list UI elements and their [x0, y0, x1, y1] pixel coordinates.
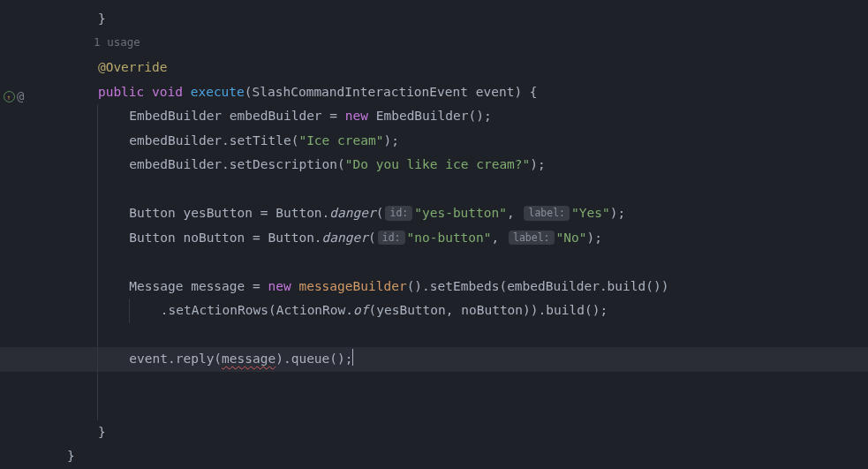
static-method: danger: [329, 206, 375, 220]
brace-close: }: [67, 449, 75, 463]
param-name: event: [476, 85, 515, 99]
code-text: (: [376, 206, 384, 220]
code-line[interactable]: Message message = new messageBuilder().s…: [67, 275, 862, 299]
error-underline: message: [222, 352, 275, 366]
param-hint-id: id:: [378, 231, 405, 246]
code-line[interactable]: embedBuilder.setTitle("Ice cream");: [67, 129, 862, 154]
method-open: ) {: [514, 85, 537, 99]
code-text: );: [586, 231, 601, 245]
keyword-void: void: [152, 85, 183, 99]
override-annotation: @Override: [98, 60, 168, 74]
brace-close: }: [98, 425, 106, 439]
code-line[interactable]: Button noButton = Button.danger(id:"no-b…: [67, 226, 862, 251]
code-text: ).queue();: [275, 352, 352, 366]
usage-hint[interactable]: 1 usage: [67, 32, 862, 57]
code-text: Button noButton = Button.: [129, 231, 321, 245]
code-line[interactable]: @Override: [67, 56, 862, 80]
code-text: embedBuilder.setDescription(: [129, 157, 344, 171]
code-line[interactable]: }: [67, 420, 862, 445]
code-text: EmbedBuilder embedBuilder =: [129, 109, 344, 123]
brace-close: }: [98, 11, 106, 26]
text-caret: [352, 349, 354, 366]
code-text: .setActionRows(ActionRow.: [161, 303, 353, 317]
keyword-new: new: [268, 279, 291, 293]
string-literal: "Do you like ice cream?": [345, 157, 531, 171]
code-text: ().setEmbeds(embedBuilder.build()): [407, 279, 669, 293]
code-text: Button yesButton = Button.: [129, 206, 329, 220]
param-type: SlashCommandInteractionEvent: [253, 85, 468, 99]
code-line[interactable]: [67, 178, 862, 202]
keyword-public: public: [98, 85, 144, 99]
code-text: ,: [507, 206, 522, 220]
keyword-new: new: [345, 109, 368, 123]
code-line[interactable]: embedBuilder.setDescription("Do you like…: [67, 153, 862, 178]
code-line[interactable]: [67, 372, 862, 397]
string-literal: "no-button": [407, 231, 492, 245]
param-hint-label: label:: [524, 206, 570, 221]
param-hint-id: id:: [385, 206, 412, 221]
current-line[interactable]: event.reply(message).queue();: [0, 347, 868, 372]
method-name: execute: [191, 85, 245, 99]
at-icon: @: [17, 85, 24, 109]
code-line[interactable]: }: [67, 444, 862, 469]
code-line[interactable]: Button yesButton = Button.danger(id:"yes…: [67, 201, 862, 226]
code-text: );: [610, 206, 625, 220]
string-literal: "yes-button": [414, 206, 507, 220]
override-circle-icon: [4, 91, 15, 102]
string-literal: "Yes": [571, 206, 610, 220]
code-line[interactable]: [67, 323, 862, 348]
editor-gutter: @: [0, 0, 42, 469]
string-literal: "No": [556, 231, 587, 245]
override-gutter-icon[interactable]: @: [4, 85, 24, 109]
code-text: (yesButton, noButton)).build();: [368, 303, 608, 317]
param-hint-label: label:: [509, 231, 555, 246]
code-line[interactable]: }: [67, 7, 862, 32]
code-text: );: [383, 133, 398, 148]
code-editor[interactable]: } 1 usage @Override public void execute(…: [67, 7, 862, 469]
usage-count: 1 usage: [94, 35, 140, 49]
code-text: event.reply(: [129, 352, 222, 366]
code-line[interactable]: EmbedBuilder embedBuilder = new EmbedBui…: [67, 104, 862, 129]
code-line[interactable]: .setActionRows(ActionRow.of(yesButton, n…: [67, 299, 862, 323]
string-literal: "Ice cream": [298, 133, 383, 148]
static-method: danger: [322, 231, 368, 245]
code-text: EmbedBuilder();: [368, 109, 492, 123]
code-text: embedBuilder.setTitle(: [129, 133, 298, 148]
static-method: of: [353, 303, 368, 317]
code-text: );: [530, 157, 545, 171]
code-text: (: [368, 231, 376, 245]
code-text: ,: [492, 231, 507, 245]
code-line[interactable]: [67, 396, 862, 420]
code-text: Message message =: [129, 279, 268, 293]
code-line[interactable]: public void execute(SlashCommandInteract…: [67, 80, 862, 105]
code-line[interactable]: [67, 250, 862, 275]
constructor-error: messageBuilder: [298, 279, 406, 293]
